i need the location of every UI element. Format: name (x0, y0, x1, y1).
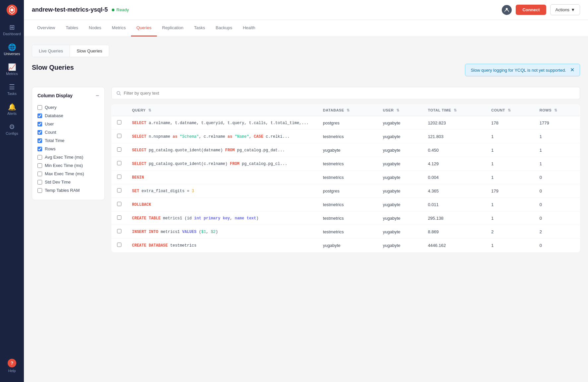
row-count-cell: 1 (486, 198, 534, 211)
sidebar-item-alerts[interactable]: 🔔 Alerts (0, 100, 24, 119)
query-text[interactable]: CREATE DATABASE testmetrics (132, 243, 196, 248)
sidebar-item-metrics[interactable]: 📈 Metrics (0, 60, 24, 80)
filter-bar (111, 87, 580, 99)
checkbox-database[interactable] (37, 114, 42, 118)
sidebar-item-dashboard[interactable]: ⊞ Dashboard (0, 20, 24, 40)
table-row: SELECT a.rolname, t.datname, t.queryid, … (112, 116, 580, 130)
tab-tasks[interactable]: Tasks (189, 20, 210, 37)
table-row: ROLLBACKtestmetricsyugabyte0.01110 (112, 198, 580, 211)
column-checkbox-item-count: Count (37, 128, 99, 136)
row-user-cell: yugabyte (378, 116, 423, 130)
tab-overview[interactable]: Overview (32, 20, 60, 37)
tab-metrics[interactable]: Metrics (106, 20, 131, 37)
sidebar-help-label: Help (8, 369, 16, 373)
row-query-cell: BEGIN (127, 171, 318, 184)
row-database-cell: testmetrics (318, 198, 378, 211)
row-query-cell: INSERT INTO metrics1 VALUES ($1, $2) (127, 225, 318, 239)
notification-close-button[interactable]: ✕ (566, 67, 574, 73)
sidebar-item-label: Universes (4, 52, 20, 56)
tab-queries[interactable]: Queries (131, 20, 157, 37)
checkbox-label-temp_tables_ram: Temp Tables RAM (45, 188, 80, 193)
sort-database-icon[interactable]: ⇅ (347, 108, 350, 112)
column-checkbox-item-avg_exec_time: Avg Exec Time (ms) (37, 153, 99, 161)
row-checkbox-cell (112, 225, 127, 239)
tab-tables[interactable]: Tables (60, 20, 84, 37)
row-rows-cell: 0 (534, 184, 580, 198)
row-checkbox-2[interactable] (117, 147, 121, 152)
row-database-cell: testmetrics (318, 225, 378, 239)
sub-tab-slow[interactable]: Slow Queries (70, 45, 109, 57)
sort-total-time-icon[interactable]: ⇅ (454, 108, 457, 112)
tab-nodes[interactable]: Nodes (84, 20, 107, 37)
sidebar-item-universes[interactable]: 🌐 Universes (0, 40, 24, 60)
query-text[interactable]: SELECT a.rolname, t.datname, t.queryid, … (132, 121, 309, 125)
collapse-panel-button[interactable]: − (96, 93, 99, 99)
row-query-cell: SELECT pg_catalog.quote_ident(datname) F… (127, 143, 318, 157)
sidebar-item-label: Tasks (7, 92, 17, 96)
sort-query-icon[interactable]: ⇅ (148, 108, 152, 112)
row-count-cell: 1 (486, 171, 534, 184)
row-checkbox-6[interactable] (117, 202, 121, 206)
query-text[interactable]: INSERT INTO metrics1 VALUES ($1, $2) (132, 230, 218, 234)
query-text[interactable]: SELECT pg_catalog.quote_ident(datname) F… (132, 148, 285, 153)
topbar: andrew-test-metrics-ysql-5 Ready Connect… (24, 0, 588, 20)
checkbox-query[interactable] (37, 105, 42, 110)
checkbox-total_time[interactable] (37, 138, 42, 143)
query-text[interactable]: CREATE TABLE metrics1 (id int primary ke… (132, 216, 259, 221)
query-text[interactable]: BEGIN (132, 175, 144, 180)
sort-rows-icon[interactable]: ⇅ (554, 108, 557, 112)
row-checkbox-3[interactable] (117, 161, 121, 165)
sort-count-icon[interactable]: ⇅ (508, 108, 511, 112)
table-head: QUERY ⇅ DATABASE ⇅ USER ⇅ (112, 105, 580, 116)
checkbox-label-count: Count (45, 130, 56, 135)
row-rows-cell: 1779 (534, 116, 580, 130)
row-checkbox-1[interactable] (117, 134, 121, 138)
row-total-time-cell: 0.450 (423, 143, 486, 157)
universes-icon: 🌐 (8, 44, 16, 50)
th-user: USER ⇅ (378, 105, 423, 116)
row-checkbox-4[interactable] (117, 175, 121, 179)
sidebar-item-configs[interactable]: ⚙ Configs (0, 119, 24, 139)
tab-backups[interactable]: Backups (210, 20, 237, 37)
query-text[interactable]: SELECT n.nspname as "Schema", c.relname … (132, 134, 290, 139)
row-checkbox-9[interactable] (117, 243, 121, 247)
user-avatar[interactable] (502, 5, 512, 15)
tab-health[interactable]: Health (237, 20, 261, 37)
checkbox-label-database: Database (45, 113, 63, 118)
row-checkbox-cell (112, 184, 127, 198)
query-text[interactable]: SELECT pg_catalog.quote_ident(c.relname)… (132, 162, 287, 166)
checkbox-std_dev_time[interactable] (37, 180, 42, 185)
sub-tab-live[interactable]: Live Queries (32, 45, 70, 57)
row-checkbox-5[interactable] (117, 188, 121, 192)
row-database-cell: testmetrics (318, 130, 378, 143)
checkbox-count[interactable] (37, 130, 42, 135)
app-logo[interactable] (0, 0, 24, 20)
row-checkbox-0[interactable] (117, 120, 121, 124)
query-text[interactable]: ROLLBACK (132, 202, 151, 207)
sidebar: ⊞ Dashboard 🌐 Universes 📈 Metrics ☰ Task… (0, 0, 24, 382)
filter-input[interactable] (124, 91, 575, 96)
sidebar-item-tasks[interactable]: ☰ Tasks (0, 80, 24, 100)
sort-user-icon[interactable]: ⇅ (396, 108, 400, 112)
row-checkbox-7[interactable] (117, 215, 121, 220)
table-row: INSERT INTO metrics1 VALUES ($1, $2)test… (112, 225, 580, 239)
row-checkbox-8[interactable] (117, 229, 121, 233)
row-checkbox-cell (112, 198, 127, 211)
row-user-cell: yugabyte (378, 171, 423, 184)
column-checkbox-item-query: Query (37, 103, 99, 112)
sidebar-item-help[interactable]: ? Help (0, 355, 24, 377)
row-user-cell: yugabyte (378, 184, 423, 198)
tab-replication[interactable]: Replication (157, 20, 189, 37)
checkbox-user[interactable] (37, 122, 42, 126)
checkbox-temp_tables_ram[interactable] (37, 188, 42, 193)
checkbox-min_exec_time[interactable] (37, 163, 42, 168)
query-text[interactable]: SET extra_float_digits = 3 (132, 189, 194, 193)
row-total-time-cell: 121.803 (423, 130, 486, 143)
row-count-cell: 1 (486, 239, 534, 252)
actions-button[interactable]: Actions ▼ (550, 4, 580, 15)
checkbox-max_exec_time[interactable] (37, 172, 42, 176)
checkbox-avg_exec_time[interactable] (37, 155, 42, 160)
checkbox-rows[interactable] (37, 147, 42, 151)
connect-button[interactable]: Connect (516, 5, 546, 15)
th-total-time: TOTAL TIME ⇅ (423, 105, 486, 116)
